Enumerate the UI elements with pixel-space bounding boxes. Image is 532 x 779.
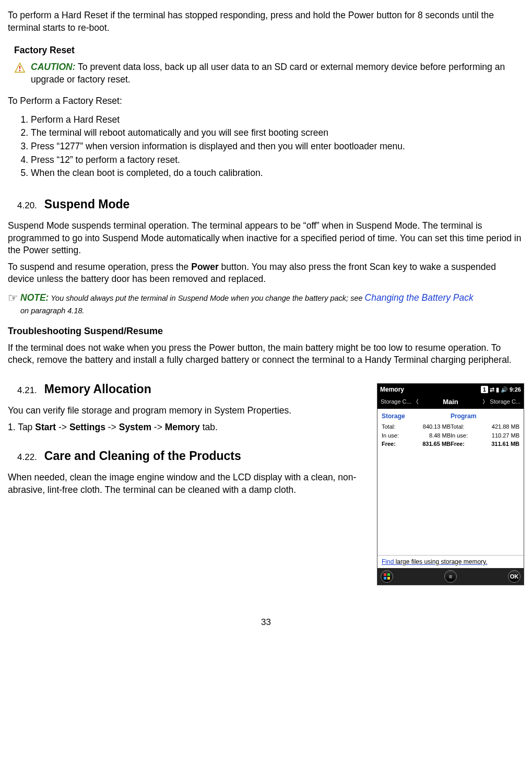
speaker-icon: 🔊 [501,386,508,394]
list-item: The terminal will reboot automatically a… [31,127,524,139]
svg-rect-4 [387,573,390,576]
section-4-21-heading: 4.21. Memory Allocation [17,381,370,397]
ss-program-col: Program Total:421.88 MB In use:110.27 MB… [451,412,519,449]
section-number: 4.22. [17,452,37,464]
section-title: Care and Cleaning of the Products [44,448,241,464]
intro-paragraph: To perform a Hard Reset if the terminal … [8,9,524,34]
ss-find-link[interactable]: Find large files using storage memory. [377,555,524,568]
ss-bottombar: ≡ OK [377,568,524,585]
ok-button[interactable]: OK [508,570,521,583]
ss-titlebar: Memory 1 ⇄ ▮ 🔊 9:26 [377,384,524,395]
ss-tab-nav: Storage C... 〈 Main 〉 Storage C... [377,395,524,409]
to-perform-label: To Perform a Factory Reset: [8,95,524,108]
ss-storage-col: Storage Total:840.13 MB In use:8.48 MB F… [382,412,451,449]
list-item: When the clean boot is completed, do a t… [31,167,524,180]
ss-spacer [377,451,524,555]
list-item: Perform a Hard Reset [31,114,524,126]
suspend-paragraph-2: To suspend and resume operation, press t… [8,261,524,286]
ss-title: Memory [380,385,404,394]
ss-badge: 1 [481,386,488,394]
note-link[interactable]: Changing the Battery Pack [365,292,474,303]
ss-nav-right[interactable]: 〉 Storage C... [482,398,521,406]
ss-nav-current: Main [443,397,458,407]
chevron-left-icon: 〈 [413,398,419,405]
factory-reset-steps: Perform a Hard Reset The terminal will r… [19,114,524,180]
ss-columns: Storage Total:840.13 MB In use:8.48 MB F… [377,409,524,451]
section-4-20-heading: 4.20. Suspend Mode [17,196,524,213]
section-title: Memory Allocation [44,381,151,397]
signal-icon: ▮ [496,386,499,394]
note-block: ☞ NOTE: You should always put the termin… [8,292,524,316]
suspend-paragraph-1: Suspend Mode suspends terminal operation… [8,220,524,257]
ss-status-icons: 1 ⇄ ▮ 🔊 9:26 [481,386,521,394]
caution-label: CAUTION: [31,62,76,72]
note-label: NOTE: [20,292,49,303]
page-number: 33 [8,617,524,629]
section-number: 4.20. [17,200,37,212]
connectivity-icon: ⇄ [490,386,494,394]
section-title: Suspend Mode [44,196,130,213]
windows-start-icon[interactable] [381,570,393,583]
pointing-hand-icon: ☞ [8,292,18,304]
factory-reset-heading: Factory Reset [14,44,524,57]
svg-rect-3 [384,573,386,576]
ss-storage-head: Storage [382,412,451,420]
section-number: 4.21. [17,385,37,397]
troubleshoot-heading: Troubleshooting Suspend/Resume [8,325,524,337]
menu-icon[interactable]: ≡ [444,570,457,583]
chevron-right-icon: 〉 [482,398,488,405]
ss-program-head: Program [451,412,519,420]
list-item: Press “12” to perform a factory reset. [31,154,524,167]
ss-nav-left[interactable]: Storage C... 〈 [381,398,419,406]
svg-point-2 [19,70,20,71]
caution-text: CAUTION: To prevent data loss, back up a… [31,61,524,86]
troubleshoot-text: If the terminal does not wake when you p… [8,342,524,367]
list-item: Press “1277” when version information is… [31,140,524,153]
ss-time: 9:26 [510,386,521,394]
svg-rect-5 [384,577,386,580]
caution-icon [14,62,26,74]
memory-screenshot: Memory 1 ⇄ ▮ 🔊 9:26 Storage C... 〈 Main … [377,383,524,586]
section-4-22-heading: 4.22. Care and Cleaning of the Products [17,448,370,464]
caution-block: CAUTION: To prevent data loss, back up a… [14,61,524,86]
svg-rect-6 [387,577,390,580]
